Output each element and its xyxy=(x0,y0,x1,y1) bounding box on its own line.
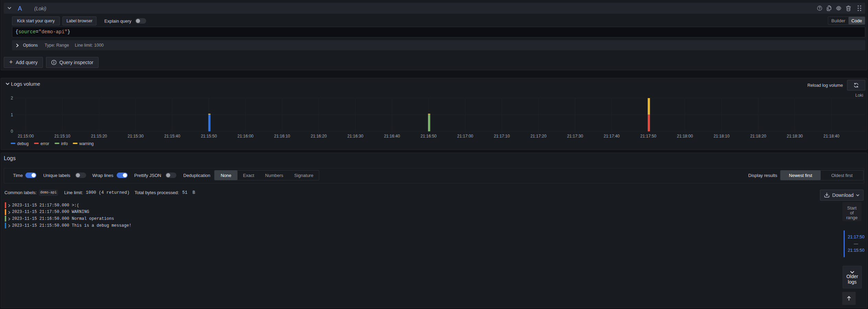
svg-text:21:16:10: 21:16:10 xyxy=(274,134,290,139)
svg-text:error: error xyxy=(40,141,49,146)
svg-text:21:16:40: 21:16:40 xyxy=(384,134,400,139)
svg-text:2: 2 xyxy=(11,96,13,100)
svg-text:21:17:40: 21:17:40 xyxy=(604,134,620,139)
svg-text:21:18:20: 21:18:20 xyxy=(750,134,766,139)
svg-text:21:17:50: 21:17:50 xyxy=(640,134,657,139)
svg-text:21:17:30: 21:17:30 xyxy=(567,134,583,139)
svg-text:21:16:50: 21:16:50 xyxy=(420,134,437,139)
svg-text:21:16:30: 21:16:30 xyxy=(347,134,363,139)
svg-text:debug: debug xyxy=(17,141,28,146)
svg-text:21:18:10: 21:18:10 xyxy=(714,134,730,139)
svg-text:21:15:00: 21:15:00 xyxy=(18,134,34,139)
svg-text:21:16:00: 21:16:00 xyxy=(238,134,254,139)
svg-text:21:15:40: 21:15:40 xyxy=(164,134,180,139)
svg-text:1: 1 xyxy=(11,112,13,117)
svg-text:21:15:10: 21:15:10 xyxy=(54,134,70,139)
svg-text:21:17:20: 21:17:20 xyxy=(530,134,546,139)
svg-text:0: 0 xyxy=(11,129,13,134)
svg-text:21:15:50: 21:15:50 xyxy=(201,134,217,139)
svg-text:21:18:40: 21:18:40 xyxy=(823,134,840,139)
svg-text:21:17:10: 21:17:10 xyxy=(494,134,510,139)
svg-text:21:15:30: 21:15:30 xyxy=(128,134,144,139)
svg-text:21:18:00: 21:18:00 xyxy=(677,134,693,139)
svg-text:warning: warning xyxy=(79,141,94,146)
svg-text:info: info xyxy=(61,141,68,146)
svg-text:21:15:20: 21:15:20 xyxy=(91,134,107,139)
svg-text:21:16:20: 21:16:20 xyxy=(311,134,327,139)
svg-text:21:18:30: 21:18:30 xyxy=(787,134,803,139)
svg-text:21:17:00: 21:17:00 xyxy=(457,134,473,139)
